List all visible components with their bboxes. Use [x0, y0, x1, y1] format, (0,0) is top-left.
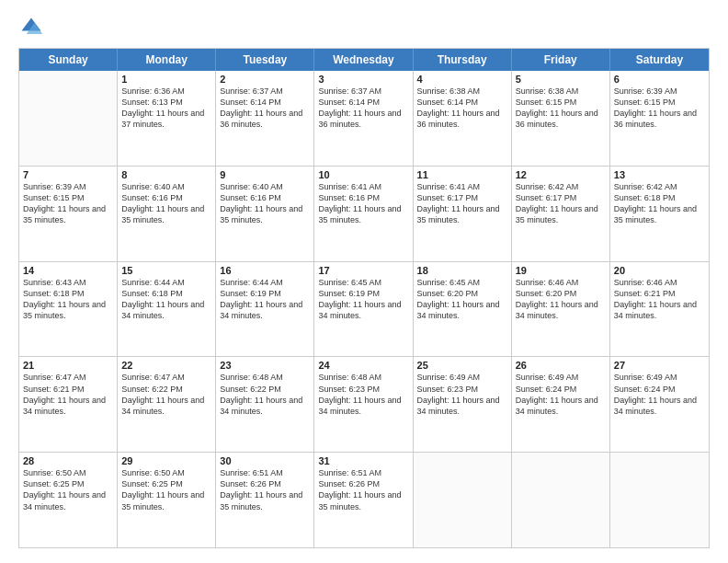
- calendar-row: 14Sunrise: 6:43 AMSunset: 6:18 PMDayligh…: [19, 262, 709, 358]
- cell-info: Sunrise: 6:48 AMSunset: 6:23 PMDaylight:…: [318, 372, 408, 417]
- day-number: 3: [318, 74, 408, 85]
- cell-info: Sunrise: 6:38 AMSunset: 6:14 PMDaylight:…: [417, 86, 507, 131]
- day-number: 22: [121, 360, 211, 371]
- day-number: 9: [220, 169, 310, 180]
- calendar-cell: 3Sunrise: 6:37 AMSunset: 6:14 PMDaylight…: [314, 71, 413, 166]
- calendar-body: 1Sunrise: 6:36 AMSunset: 6:13 PMDaylight…: [19, 71, 709, 547]
- calendar-cell: 24Sunrise: 6:48 AMSunset: 6:23 PMDayligh…: [314, 357, 413, 452]
- day-number: 17: [318, 265, 408, 276]
- cell-info: Sunrise: 6:38 AMSunset: 6:15 PMDaylight:…: [516, 86, 606, 131]
- calendar-cell: [512, 453, 610, 547]
- calendar-cell: 10Sunrise: 6:41 AMSunset: 6:16 PMDayligh…: [314, 167, 413, 261]
- calendar-cell: 20Sunrise: 6:46 AMSunset: 6:21 PMDayligh…: [610, 262, 709, 357]
- calendar-cell: 12Sunrise: 6:42 AMSunset: 6:17 PMDayligh…: [512, 167, 610, 261]
- logo: [18, 15, 48, 40]
- day-number: 26: [516, 360, 606, 371]
- cell-info: Sunrise: 6:41 AMSunset: 6:17 PMDaylight:…: [417, 181, 507, 226]
- calendar-header-cell: Sunday: [19, 49, 118, 71]
- cell-info: Sunrise: 6:40 AMSunset: 6:16 PMDaylight:…: [220, 181, 310, 226]
- calendar-row: 28Sunrise: 6:50 AMSunset: 6:25 PMDayligh…: [19, 453, 709, 547]
- day-number: 31: [318, 455, 408, 466]
- day-number: 18: [417, 265, 507, 276]
- cell-info: Sunrise: 6:51 AMSunset: 6:26 PMDaylight:…: [318, 467, 408, 512]
- calendar-cell: 14Sunrise: 6:43 AMSunset: 6:18 PMDayligh…: [19, 262, 118, 357]
- day-number: 1: [121, 74, 211, 85]
- day-number: 12: [516, 169, 606, 180]
- calendar-header-cell: Wednesday: [314, 49, 413, 71]
- cell-info: Sunrise: 6:39 AMSunset: 6:15 PMDaylight:…: [614, 86, 705, 131]
- cell-info: Sunrise: 6:41 AMSunset: 6:16 PMDaylight:…: [318, 181, 408, 226]
- day-number: 10: [318, 169, 408, 180]
- calendar-cell: 8Sunrise: 6:40 AMSunset: 6:16 PMDaylight…: [118, 167, 216, 261]
- cell-info: Sunrise: 6:46 AMSunset: 6:21 PMDaylight:…: [614, 277, 705, 322]
- day-number: 16: [220, 265, 310, 276]
- day-number: 19: [516, 265, 606, 276]
- calendar-cell: [19, 71, 118, 166]
- calendar-cell: 29Sunrise: 6:50 AMSunset: 6:25 PMDayligh…: [118, 453, 216, 547]
- calendar-cell: 2Sunrise: 6:37 AMSunset: 6:14 PMDaylight…: [216, 71, 314, 166]
- day-number: 13: [614, 169, 705, 180]
- calendar-cell: 19Sunrise: 6:46 AMSunset: 6:20 PMDayligh…: [512, 262, 610, 357]
- cell-info: Sunrise: 6:47 AMSunset: 6:22 PMDaylight:…: [121, 372, 211, 417]
- cell-info: Sunrise: 6:50 AMSunset: 6:25 PMDaylight:…: [23, 467, 113, 512]
- cell-info: Sunrise: 6:42 AMSunset: 6:17 PMDaylight:…: [516, 181, 606, 226]
- cell-info: Sunrise: 6:49 AMSunset: 6:24 PMDaylight:…: [516, 372, 606, 417]
- calendar-cell: [610, 453, 709, 547]
- calendar-cell: 23Sunrise: 6:48 AMSunset: 6:22 PMDayligh…: [216, 357, 314, 452]
- cell-info: Sunrise: 6:51 AMSunset: 6:26 PMDaylight:…: [220, 467, 310, 512]
- day-number: 7: [23, 169, 113, 180]
- cell-info: Sunrise: 6:39 AMSunset: 6:15 PMDaylight:…: [23, 181, 113, 226]
- page: SundayMondayTuesdayWednesdayThursdayFrid…: [0, 0, 728, 563]
- day-number: 28: [23, 455, 113, 466]
- day-number: 5: [516, 74, 606, 85]
- cell-info: Sunrise: 6:37 AMSunset: 6:14 PMDaylight:…: [318, 86, 408, 131]
- calendar-cell: [414, 453, 512, 547]
- calendar-cell: 6Sunrise: 6:39 AMSunset: 6:15 PMDaylight…: [610, 71, 709, 166]
- calendar-cell: 15Sunrise: 6:44 AMSunset: 6:18 PMDayligh…: [118, 262, 216, 357]
- day-number: 11: [417, 169, 507, 180]
- day-number: 29: [121, 455, 211, 466]
- day-number: 20: [614, 265, 705, 276]
- cell-info: Sunrise: 6:49 AMSunset: 6:23 PMDaylight:…: [417, 372, 507, 417]
- calendar-header-cell: Tuesday: [216, 49, 314, 71]
- calendar-cell: 31Sunrise: 6:51 AMSunset: 6:26 PMDayligh…: [314, 453, 413, 547]
- calendar-cell: 11Sunrise: 6:41 AMSunset: 6:17 PMDayligh…: [414, 167, 512, 261]
- calendar-row: 21Sunrise: 6:47 AMSunset: 6:21 PMDayligh…: [19, 357, 709, 453]
- cell-info: Sunrise: 6:43 AMSunset: 6:18 PMDaylight:…: [23, 277, 113, 322]
- calendar-cell: 16Sunrise: 6:44 AMSunset: 6:19 PMDayligh…: [216, 262, 314, 357]
- cell-info: Sunrise: 6:40 AMSunset: 6:16 PMDaylight:…: [121, 181, 211, 226]
- day-number: 15: [121, 265, 211, 276]
- calendar-row: 1Sunrise: 6:36 AMSunset: 6:13 PMDaylight…: [19, 71, 709, 167]
- calendar-header: SundayMondayTuesdayWednesdayThursdayFrid…: [19, 49, 709, 71]
- calendar-header-cell: Thursday: [414, 49, 512, 71]
- logo-icon: [18, 15, 44, 40]
- day-number: 30: [220, 455, 310, 466]
- calendar-cell: 5Sunrise: 6:38 AMSunset: 6:15 PMDaylight…: [512, 71, 610, 166]
- cell-info: Sunrise: 6:37 AMSunset: 6:14 PMDaylight:…: [220, 86, 310, 131]
- calendar-cell: 13Sunrise: 6:42 AMSunset: 6:18 PMDayligh…: [610, 167, 709, 261]
- calendar-cell: 28Sunrise: 6:50 AMSunset: 6:25 PMDayligh…: [19, 453, 118, 547]
- day-number: 14: [23, 265, 113, 276]
- calendar-header-cell: Monday: [118, 49, 216, 71]
- day-number: 24: [318, 360, 408, 371]
- calendar-cell: 22Sunrise: 6:47 AMSunset: 6:22 PMDayligh…: [118, 357, 216, 452]
- day-number: 27: [614, 360, 705, 371]
- cell-info: Sunrise: 6:46 AMSunset: 6:20 PMDaylight:…: [516, 277, 606, 322]
- calendar-header-cell: Friday: [512, 49, 610, 71]
- cell-info: Sunrise: 6:47 AMSunset: 6:21 PMDaylight:…: [23, 372, 113, 417]
- day-number: 8: [121, 169, 211, 180]
- calendar-cell: 30Sunrise: 6:51 AMSunset: 6:26 PMDayligh…: [216, 453, 314, 547]
- day-number: 23: [220, 360, 310, 371]
- calendar-cell: 9Sunrise: 6:40 AMSunset: 6:16 PMDaylight…: [216, 167, 314, 261]
- day-number: 2: [220, 74, 310, 85]
- day-number: 4: [417, 74, 507, 85]
- calendar-cell: 26Sunrise: 6:49 AMSunset: 6:24 PMDayligh…: [512, 357, 610, 452]
- calendar-row: 7Sunrise: 6:39 AMSunset: 6:15 PMDaylight…: [19, 167, 709, 262]
- cell-info: Sunrise: 6:45 AMSunset: 6:19 PMDaylight:…: [318, 277, 408, 322]
- cell-info: Sunrise: 6:36 AMSunset: 6:13 PMDaylight:…: [121, 86, 211, 131]
- cell-info: Sunrise: 6:44 AMSunset: 6:19 PMDaylight:…: [220, 277, 310, 322]
- calendar-cell: 27Sunrise: 6:49 AMSunset: 6:24 PMDayligh…: [610, 357, 709, 452]
- calendar: SundayMondayTuesdayWednesdayThursdayFrid…: [18, 48, 710, 548]
- calendar-cell: 21Sunrise: 6:47 AMSunset: 6:21 PMDayligh…: [19, 357, 118, 452]
- cell-info: Sunrise: 6:50 AMSunset: 6:25 PMDaylight:…: [121, 467, 211, 512]
